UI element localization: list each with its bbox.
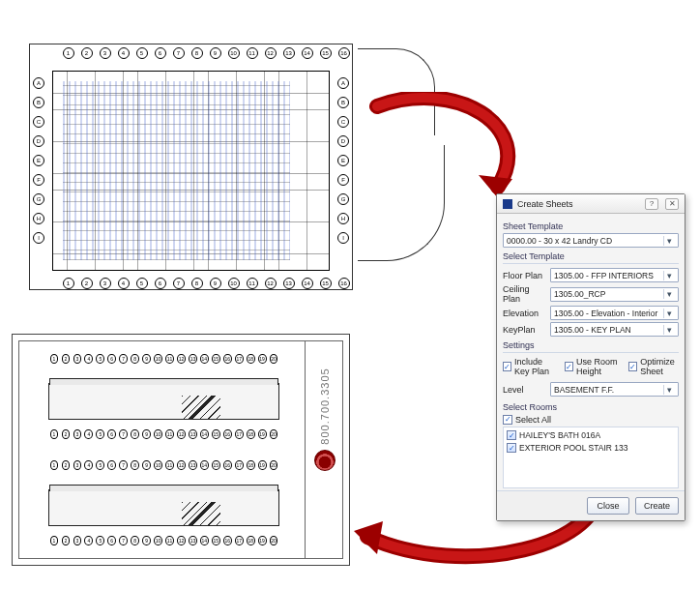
help-button[interactable]: ?	[645, 198, 658, 210]
building-elevation	[48, 489, 279, 526]
grid-bubble: 14	[302, 278, 313, 289]
checkbox-label: Include Key Plan	[514, 357, 557, 376]
grid-bubble: G	[337, 193, 349, 205]
grid-bubble: 9	[142, 354, 151, 364]
grid-bubble: 12	[265, 47, 277, 59]
field-label: Floor Plan	[503, 271, 545, 280]
grid-bubble: 4	[84, 429, 93, 439]
grid-bubble: 1	[50, 536, 59, 545]
grid-bubble: 15	[320, 47, 332, 59]
grid-bubble: 8	[131, 536, 139, 545]
grid-bubble: 16	[338, 278, 350, 289]
grid-bubble: 2	[62, 460, 71, 470]
elevation-view: 1234567891011121314151617181920 12345678…	[24, 460, 299, 545]
room-item[interactable]: ✓EXTERIOR POOL STAIR 133	[507, 442, 675, 455]
grid-bubble: D	[33, 135, 44, 147]
section-label: Settings	[503, 340, 679, 350]
grid-bubble: 10	[154, 536, 162, 545]
close-button[interactable]: Close	[587, 497, 629, 515]
rooms-list[interactable]: ✓HAILEY'S BATH 016A ✓EXTERIOR POOL STAIR…	[503, 427, 679, 488]
level-combo[interactable]: BASEMENT F.F. ▾	[550, 382, 679, 397]
field-label: KeyPlan	[503, 325, 545, 335]
floor-plan-drawing: 12345678910111213141516 1234567891011121…	[29, 44, 353, 290]
building-elevation	[48, 383, 279, 420]
grid-bubble: E	[337, 155, 349, 166]
chevron-down-icon: ▾	[663, 385, 675, 395]
field-label: Elevation	[503, 309, 545, 318]
grid-bubble: 16	[338, 47, 350, 59]
grid-bubble: 11	[247, 47, 258, 59]
grid-bubble: 2	[81, 47, 93, 59]
grid-bubble: 20	[270, 460, 278, 470]
combo-value: 1305.00 - FFP INTERIORS	[554, 271, 660, 280]
grid-bubble: 7	[119, 536, 128, 545]
create-button[interactable]: Create	[635, 497, 679, 515]
field-label: Ceiling Plan	[503, 284, 545, 304]
sheet-template-combo[interactable]: 0000.00 - 30 x 42 Landry CD ▾	[503, 233, 679, 248]
grid-bubble: 17	[235, 536, 244, 545]
select-all-checkbox[interactable]: ✓Select All	[503, 415, 551, 425]
grid-bubble: 14	[200, 354, 209, 364]
grid-bubble: 18	[247, 460, 255, 470]
grid-bubble: 8	[131, 354, 139, 364]
grid-bubble: C	[33, 116, 44, 128]
grid-bubble: F	[33, 174, 44, 186]
elevation-view: 1234567891011121314151617181920 12345678…	[24, 354, 299, 439]
grid-bubble: 11	[165, 536, 174, 545]
grid-bubble: 13	[189, 536, 197, 545]
include-key-plan-checkbox[interactable]: ✓Include Key Plan	[503, 357, 557, 376]
grid-bubble: 2	[62, 354, 71, 364]
use-room-height-checkbox[interactable]: ✓Use Room Height	[565, 357, 621, 376]
dialog-titlebar[interactable]: Create Sheets ? ✕	[497, 194, 685, 214]
grid-bubble: 9	[142, 429, 151, 439]
grid-bubble: 17	[235, 429, 244, 439]
grid-bubble: 8	[131, 429, 139, 439]
grid-bubble: 12	[177, 460, 186, 470]
grid-bubble: 10	[228, 47, 240, 59]
grid-bubble: 19	[258, 354, 267, 364]
grid-bubble: 3	[100, 278, 111, 289]
grid-bubble: 13	[189, 460, 197, 470]
elevation-combo[interactable]: 1305.00 - Elevation - Interior ▾	[550, 306, 679, 320]
grid-bubble: H	[33, 213, 44, 224]
grid-bubble: 5	[96, 354, 104, 364]
section-label: Sheet Template	[503, 221, 679, 231]
stair-icon	[182, 396, 220, 419]
close-icon[interactable]: ✕	[665, 198, 679, 210]
grid-bubble: 11	[165, 429, 174, 439]
grid-bubble: 4	[84, 536, 93, 545]
grid-bubble: E	[33, 155, 44, 166]
grid-bubble: 9	[210, 47, 221, 59]
grid-bubble: 5	[96, 429, 104, 439]
grid-bubble: H	[337, 213, 349, 224]
site-curve	[358, 145, 445, 261]
grid-bubble: 1	[50, 354, 59, 364]
grid-bubble: 3	[73, 536, 82, 545]
optimize-sheet-checkbox[interactable]: ✓Optimize Sheet	[628, 357, 679, 376]
grid-bubble: 13	[283, 47, 295, 59]
grid-bubble: 15	[212, 460, 220, 470]
floor-plan-combo[interactable]: 1305.00 - FFP INTERIORS ▾	[550, 268, 679, 282]
chevron-down-icon: ▾	[663, 236, 675, 246]
grid-bubble: A	[33, 77, 44, 89]
combo-value: 1305.00_RCP	[554, 289, 660, 299]
grid-bubble: 18	[247, 354, 255, 364]
grid-bubble: 10	[154, 460, 162, 470]
ceiling-plan-combo[interactable]: 1305.00_RCP ▾	[550, 287, 679, 302]
grid-bubble: 4	[118, 278, 130, 289]
grid-bubble: B	[337, 97, 349, 108]
svg-marker-1	[354, 521, 383, 554]
chevron-down-icon: ▾	[663, 289, 675, 299]
grid-bubble: 19	[258, 460, 267, 470]
grid-bubble: 17	[235, 460, 244, 470]
grid-bubble: 13	[189, 354, 197, 364]
key-plan-combo[interactable]: 1305.00 - KEY PLAN ▾	[550, 322, 679, 337]
grid-bubble: 5	[96, 460, 104, 470]
grid-bubble: 19	[258, 429, 267, 439]
grid-bubble: 1	[50, 429, 59, 439]
create-sheets-dialog: Create Sheets ? ✕ Sheet Template 0000.00…	[496, 193, 685, 521]
grid-bubble: 3	[73, 429, 82, 439]
chevron-down-icon: ▾	[663, 325, 675, 335]
room-item[interactable]: ✓HAILEY'S BATH 016A	[507, 429, 675, 442]
grid-bubble: 20	[270, 354, 278, 364]
